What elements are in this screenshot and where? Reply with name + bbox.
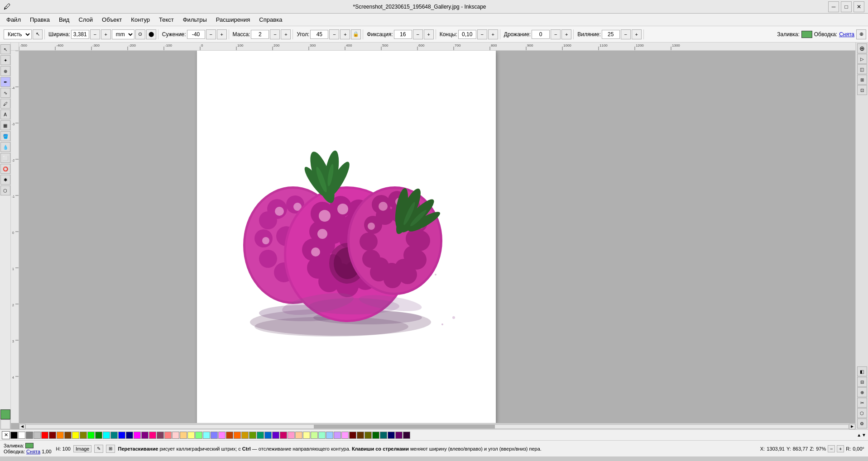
right-panel-bottom-1[interactable]: ◧ bbox=[857, 366, 867, 376]
color-gray[interactable] bbox=[26, 432, 33, 439]
right-panel-bottom-2[interactable]: ⊟ bbox=[857, 377, 867, 387]
width-plus[interactable]: + bbox=[101, 29, 111, 39]
zoom-plus-btn[interactable]: + bbox=[837, 445, 844, 452]
color-darkpurple[interactable] bbox=[395, 432, 403, 439]
menu-text[interactable]: Текст bbox=[154, 15, 178, 24]
zoom-minus-btn[interactable]: − bbox=[828, 445, 835, 452]
color-lightcyan[interactable] bbox=[203, 432, 210, 439]
color-brown[interactable] bbox=[64, 432, 72, 439]
pen-tool[interactable]: ✒ bbox=[0, 77, 10, 87]
color-sky[interactable] bbox=[326, 432, 333, 439]
fill-color-box[interactable] bbox=[25, 443, 34, 448]
snap-toggle-btn[interactable]: ⊕ bbox=[857, 43, 867, 53]
color-gold[interactable] bbox=[241, 432, 249, 439]
tremor-minus[interactable]: − bbox=[551, 29, 561, 39]
right-panel-bottom-6[interactable]: ⚙ bbox=[857, 418, 867, 428]
color-aqua[interactable] bbox=[318, 432, 326, 439]
mass-plus[interactable]: + bbox=[281, 29, 291, 39]
color-magenta[interactable] bbox=[134, 432, 141, 439]
color-green[interactable] bbox=[95, 432, 102, 439]
brush-pressure-btn[interactable]: ⊙ bbox=[135, 29, 145, 39]
menu-help[interactable]: Справка bbox=[254, 15, 287, 24]
color-yellow[interactable] bbox=[72, 432, 79, 439]
select-tool[interactable]: ↖ bbox=[0, 44, 10, 54]
color-violet[interactable] bbox=[272, 432, 279, 439]
menu-edit[interactable]: Правка bbox=[25, 15, 54, 24]
xml-editor-btn[interactable]: ✎ bbox=[94, 445, 103, 453]
color-crimson[interactable] bbox=[280, 432, 287, 439]
right-panel-bottom-3[interactable]: ⊕ bbox=[857, 387, 867, 397]
color-black[interactable] bbox=[10, 432, 18, 439]
restore-button[interactable]: □ bbox=[841, 1, 852, 12]
snap-btn[interactable]: ⊕ bbox=[856, 29, 866, 39]
color-navy[interactable] bbox=[126, 432, 133, 439]
brush-shape-btn[interactable]: ⬤ bbox=[146, 29, 156, 39]
fixation-plus[interactable]: + bbox=[424, 29, 434, 39]
ends-plus[interactable]: + bbox=[488, 29, 498, 39]
angle-plus[interactable]: + bbox=[340, 29, 350, 39]
color-hotpink[interactable] bbox=[149, 432, 156, 439]
color-darkteal[interactable] bbox=[380, 432, 387, 439]
color-darkolive[interactable] bbox=[364, 432, 372, 439]
width-minus[interactable]: − bbox=[90, 29, 100, 39]
color-teal[interactable] bbox=[110, 432, 118, 439]
color-purple[interactable] bbox=[141, 432, 149, 439]
color-white[interactable] bbox=[18, 432, 25, 439]
menu-filters[interactable]: Фильтры bbox=[178, 15, 211, 24]
menu-view[interactable]: Вид bbox=[54, 15, 74, 24]
color-darkorange[interactable] bbox=[226, 432, 233, 439]
hscrollbar-thumb[interactable] bbox=[314, 425, 495, 428]
hscrollbar-track[interactable] bbox=[25, 424, 849, 429]
fill-color-swatch[interactable] bbox=[801, 31, 812, 38]
tool-mode-btn[interactable]: ↖ bbox=[33, 29, 43, 39]
taper-minus[interactable]: − bbox=[206, 29, 216, 39]
color-lightblue[interactable] bbox=[211, 432, 218, 439]
text-tool[interactable]: A bbox=[0, 109, 10, 119]
color-lavender[interactable] bbox=[334, 432, 341, 439]
angle-minus[interactable]: − bbox=[329, 29, 339, 39]
star-tool[interactable]: ✱ bbox=[0, 175, 10, 185]
node-tool[interactable]: ✦ bbox=[0, 55, 10, 65]
color-yellowgreen[interactable] bbox=[249, 432, 256, 439]
tool-selector[interactable]: Кисть bbox=[4, 29, 32, 39]
canvas-content[interactable] bbox=[19, 51, 855, 423]
color-cyan[interactable] bbox=[103, 432, 110, 439]
3d-tool[interactable]: ⬡ bbox=[0, 185, 10, 195]
hscrollbar[interactable]: ◀ ▶ bbox=[19, 423, 855, 429]
bezier-tool[interactable]: ∿ bbox=[0, 88, 10, 98]
color-olive[interactable] bbox=[80, 432, 87, 439]
canvas-area[interactable]: -500 -400 -300 -200 -100 0 100 200 bbox=[11, 43, 855, 429]
color-darkbrown[interactable] bbox=[357, 432, 364, 439]
color-apricot[interactable] bbox=[295, 432, 302, 439]
right-panel-bottom-4[interactable]: ✂ bbox=[857, 398, 867, 408]
color-mauve[interactable] bbox=[157, 432, 164, 439]
color-mint[interactable] bbox=[311, 432, 318, 439]
calligraphy-tool[interactable]: 🖊 bbox=[0, 99, 10, 109]
color-lime[interactable] bbox=[87, 432, 95, 439]
color-blue[interactable] bbox=[118, 432, 125, 439]
gradient-tool[interactable]: ▦ bbox=[0, 120, 10, 130]
color-darkgreen[interactable] bbox=[372, 432, 379, 439]
close-button[interactable]: ✕ bbox=[854, 1, 864, 12]
menu-object[interactable]: Объект bbox=[97, 15, 126, 24]
scroll-left-btn[interactable]: ◀ bbox=[19, 424, 25, 429]
menu-extensions[interactable]: Расширения bbox=[211, 15, 255, 24]
color-darkmaroon[interactable] bbox=[349, 432, 356, 439]
stroke-indicator[interactable] bbox=[0, 419, 10, 429]
minimize-button[interactable]: ─ bbox=[828, 1, 839, 12]
color-lightpink[interactable] bbox=[172, 432, 179, 439]
right-panel-bottom-5[interactable]: ⬡ bbox=[857, 408, 867, 418]
fixation-minus[interactable]: − bbox=[413, 29, 423, 39]
color-darkviolet2[interactable] bbox=[403, 432, 410, 439]
color-lightviolet[interactable] bbox=[218, 432, 225, 439]
no-color-button[interactable]: ✕ bbox=[2, 431, 10, 439]
scroll-right-btn[interactable]: ▶ bbox=[849, 424, 855, 429]
tremor-plus[interactable]: + bbox=[561, 29, 571, 39]
palette-scroll-down[interactable]: ▼ bbox=[862, 432, 866, 437]
color-emerald[interactable] bbox=[257, 432, 264, 439]
right-panel-2[interactable]: ◫ bbox=[857, 64, 867, 74]
taper-plus[interactable]: + bbox=[217, 29, 227, 39]
color-peach[interactable] bbox=[180, 432, 187, 439]
layers-btn[interactable]: ⊞ bbox=[106, 445, 115, 453]
color-orange[interactable] bbox=[57, 432, 64, 439]
